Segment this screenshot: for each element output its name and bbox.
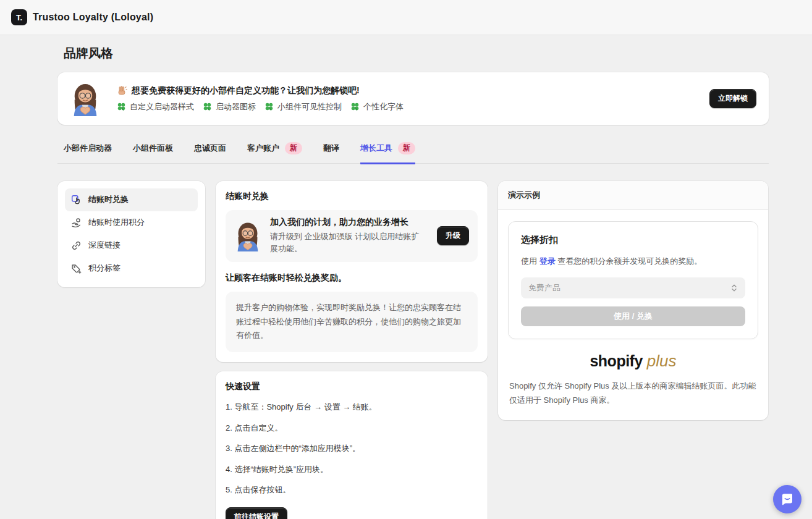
banner-headline: 想要免费获得更好的小部件自定义功能？让我们为您解锁吧! bbox=[132, 85, 360, 96]
go-to-checkout-settings-button[interactable]: 前往结账设置 bbox=[226, 507, 287, 519]
checkout-redeem-card: 结账时兑换 加入我们的计划，助力您的业务增长 请升级到 企业级加强版 计划以启用… bbox=[216, 181, 488, 363]
demo-panel: 演示示例 选择折扣 使用 登录 查看您的积分余额并发现可兑换的奖励。 免费产品 bbox=[498, 181, 768, 420]
memoji-avatar bbox=[70, 81, 101, 116]
new-badge: 新 bbox=[398, 142, 415, 154]
chat-launcher-button[interactable] bbox=[773, 485, 801, 513]
redeem-subtitle: 让顾客在结账时轻松兑换奖励。 bbox=[226, 272, 478, 284]
login-prefix: 使用 bbox=[521, 256, 539, 266]
demo-login-sentence: 使用 登录 查看您的积分余额并发现可兑换的奖励。 bbox=[521, 255, 745, 268]
banner-feature: 自定义启动器样式 bbox=[130, 101, 194, 112]
login-link[interactable]: 登录 bbox=[539, 256, 556, 266]
shopify-plus-note: Shopify 仅允许 Shopify Plus 及以上版本的商家编辑结账页面。… bbox=[508, 379, 758, 408]
topbar: T. Trustoo Loyalty (Loloyal) bbox=[0, 0, 812, 35]
new-badge: 新 bbox=[285, 142, 302, 154]
sidebar-item-checkout-points[interactable]: 结账时使用积分 bbox=[65, 211, 198, 234]
card-title: 结账时兑换 bbox=[226, 191, 478, 202]
plus-wordmark: plus bbox=[647, 352, 677, 370]
card-title: 快速设置 bbox=[226, 381, 478, 392]
tab-customer-account[interactable]: 客户账户 新 bbox=[247, 142, 302, 164]
banner-features: 自定义启动器样式 启动器图标 小组件可见性控制 个性化字体 bbox=[117, 101, 693, 112]
clover-icon bbox=[117, 102, 126, 111]
unlock-now-button[interactable]: 立即解锁 bbox=[709, 89, 756, 108]
discount-select[interactable]: 免费产品 bbox=[521, 277, 745, 298]
demo-panel-header: 演示示例 bbox=[498, 181, 768, 210]
setup-step: 1. 导航至：Shopify 后台 → 设置 → 结账。 bbox=[226, 401, 478, 413]
setup-step: 5. 点击保存按钮。 bbox=[226, 484, 478, 496]
page-title: 品牌风格 bbox=[57, 45, 769, 62]
upgrade-button[interactable]: 升级 bbox=[437, 226, 469, 245]
select-chevrons-icon bbox=[730, 284, 738, 292]
tab-loyalty-page[interactable]: 忠诚页面 bbox=[194, 142, 226, 164]
setup-step: 2. 点击自定义。 bbox=[226, 422, 478, 434]
tag-plus-icon bbox=[71, 263, 82, 274]
discount-select-value: 免费产品 bbox=[528, 282, 560, 293]
setup-step: 4. 选择“结账时兑换”应用块。 bbox=[226, 463, 478, 476]
tab-growth-tools[interactable]: 增长工具 新 bbox=[360, 142, 415, 164]
app-title: Trustoo Loyalty (Loloyal) bbox=[33, 12, 153, 23]
use-redeem-button[interactable]: 使用 / 兑换 bbox=[521, 306, 745, 326]
tab-widget-launcher[interactable]: 小部件启动器 bbox=[64, 142, 112, 164]
link-icon bbox=[71, 240, 82, 251]
sidebar-item-label: 积分标签 bbox=[88, 263, 121, 274]
shopify-wordmark: shopify bbox=[590, 352, 642, 369]
settings-tabs: 小部件启动器 小组件面板 忠诚页面 客户账户 新 翻译 增长工具 新 bbox=[57, 142, 769, 164]
banner-feature: 小组件可见性控制 bbox=[277, 101, 342, 112]
login-suffix: 查看您的积分余额并发现可兑换的奖励。 bbox=[556, 256, 703, 266]
sidebar-item-label: 结账时兑换 bbox=[88, 194, 129, 205]
setup-step: 3. 点击左侧边栏中的“添加应用模块”。 bbox=[226, 442, 478, 455]
upgrade-title: 加入我们的计划，助力您的业务增长 bbox=[270, 217, 428, 228]
clover-icon bbox=[350, 102, 360, 111]
growth-tools-sidebar: 结账时兑换 结账时使用积分 bbox=[57, 181, 205, 287]
app-logo: T. bbox=[11, 9, 27, 25]
chat-bubble-icon bbox=[780, 492, 795, 507]
tab-widget-panel[interactable]: 小组件面板 bbox=[133, 142, 173, 164]
clover-icon bbox=[203, 102, 212, 111]
demo-discount-card: 选择折扣 使用 登录 查看您的积分余额并发现可兑换的奖励。 免费产品 使用 / … bbox=[508, 221, 758, 340]
sidebar-item-points-label[interactable]: 积分标签 bbox=[65, 257, 198, 280]
tap-redeem-icon bbox=[71, 195, 82, 205]
sidebar-item-label: 结账时使用积分 bbox=[88, 217, 145, 228]
upgrade-banner: 加入我们的计划，助力您的业务增长 请升级到 企业级加强版 计划以启用结账扩展功能… bbox=[226, 210, 478, 262]
sidebar-item-checkout-redeem[interactable]: 结账时兑换 bbox=[65, 188, 198, 211]
quick-setup-card: 快速设置 1. 导航至：Shopify 后台 → 设置 → 结账。 2. 点击自… bbox=[216, 371, 488, 519]
upgrade-description: 请升级到 企业级加强版 计划以启用结账扩展功能。 bbox=[270, 230, 421, 255]
memoji-avatar bbox=[234, 220, 261, 251]
demo-card-title: 选择折扣 bbox=[521, 234, 745, 246]
shopify-plus-logo: shopifyplus bbox=[508, 352, 758, 371]
tab-translate[interactable]: 翻译 bbox=[323, 142, 339, 164]
banner-feature: 个性化字体 bbox=[363, 101, 404, 112]
redeem-description: 提升客户的购物体验，实现即时奖励兑换！让您的忠实顾客在结账过程中轻松使用他们辛苦… bbox=[226, 292, 478, 352]
clover-icon bbox=[264, 102, 274, 111]
banner-feature: 启动器图标 bbox=[216, 101, 256, 112]
clap-icon bbox=[117, 86, 127, 95]
sidebar-item-label: 深度链接 bbox=[88, 240, 121, 251]
hand-coin-icon bbox=[71, 217, 82, 228]
unlock-banner: 想要免费获得更好的小部件自定义功能？让我们为您解锁吧! 自定义启动器样式 启动器… bbox=[57, 72, 769, 125]
sidebar-item-deep-link[interactable]: 深度链接 bbox=[65, 234, 198, 257]
